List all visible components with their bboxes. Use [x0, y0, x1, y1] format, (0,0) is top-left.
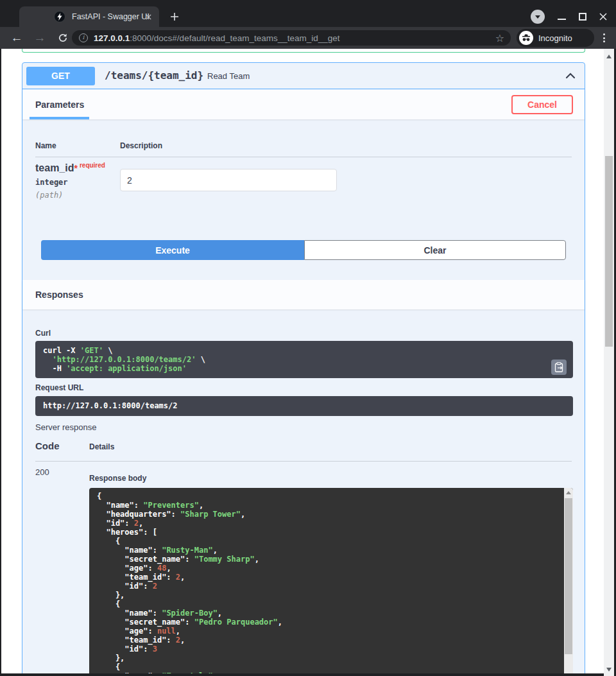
- parameters-section-header: Parameters Cancel: [22, 90, 585, 119]
- fastapi-favicon-icon: [54, 11, 65, 22]
- collapse-chevron-icon[interactable]: [564, 69, 577, 82]
- response-body-label: Response body: [89, 474, 146, 483]
- param-description-header: Description: [120, 141, 162, 150]
- get-operation-block: GET /teams/{team_id} Read Team Parameter…: [22, 62, 585, 673]
- response-table-divider: [35, 461, 572, 462]
- page-scrollbar-thumb[interactable]: [605, 156, 613, 347]
- tab-title: FastAPI - Swagger UI: [72, 6, 150, 27]
- incognito-badge: Incognito: [517, 29, 594, 47]
- http-method-badge: GET: [26, 67, 95, 85]
- forward-button[interactable]: →: [31, 30, 48, 46]
- window-maximize-button[interactable]: [579, 13, 586, 21]
- param-name: team_id*required: [35, 162, 105, 174]
- param-type: integer: [35, 178, 68, 187]
- operation-summary-text: Read Team: [207, 71, 250, 81]
- operation-summary-row[interactable]: GET /teams/{team_id} Read Team: [22, 63, 585, 89]
- curl-label: Curl: [35, 329, 51, 338]
- status-code: 200: [35, 467, 49, 477]
- browser-menu-icon[interactable]: [599, 31, 609, 44]
- response-body-panel: { "name": "Preventers", "headquarters": …: [89, 488, 573, 673]
- copy-to-clipboard-button[interactable]: [551, 360, 567, 375]
- reload-button[interactable]: [55, 30, 71, 46]
- tab-parameters[interactable]: Parameters: [35, 100, 84, 110]
- address-bar[interactable]: i 127.0.0.1:8000/docs#/default/read_team…: [72, 30, 511, 46]
- team-id-input[interactable]: [120, 169, 337, 191]
- incognito-label: Incognito: [538, 33, 572, 43]
- response-body-scrollbar[interactable]: [564, 488, 573, 673]
- incognito-icon: [519, 31, 533, 45]
- window-close-button[interactable]: [599, 12, 608, 21]
- browser-update-icon[interactable]: [531, 10, 545, 24]
- response-scrollbar-thumb[interactable]: [565, 498, 572, 654]
- bookmark-star-icon[interactable]: ☆: [495, 32, 504, 44]
- window-minimize-button[interactable]: [558, 19, 566, 20]
- cancel-button[interactable]: Cancel: [511, 95, 573, 114]
- page-info-icon[interactable]: i: [79, 33, 88, 42]
- request-url-value: http://127.0.0.1:8000/teams/2: [35, 396, 573, 416]
- param-name-header: Name: [35, 141, 56, 150]
- response-body-json: { "name": "Preventers", "headquarters": …: [89, 488, 573, 673]
- swagger-page: GET /teams/{team_id} Read Team Parameter…: [1, 49, 604, 673]
- operation-path: /teams/{team_id}: [105, 69, 203, 82]
- tab-close-icon[interactable]: [144, 12, 153, 21]
- server-response-label: Server response: [35, 422, 96, 432]
- active-tab-underline: [30, 117, 89, 119]
- back-button[interactable]: ←: [8, 30, 25, 46]
- required-star: *: [74, 163, 77, 173]
- curl-command: curl -X 'GET' \ 'http://127.0.0.1:8000/t…: [35, 341, 573, 378]
- scroll-down-arrow-icon[interactable]: [606, 668, 612, 672]
- response-scroll-up-arrow-icon[interactable]: [566, 491, 571, 494]
- page-scrollbar[interactable]: [604, 49, 614, 676]
- responses-title: Responses: [35, 290, 83, 300]
- scroll-up-arrow-icon[interactable]: [606, 55, 612, 58]
- browser-tab[interactable]: FastAPI - Swagger UI: [19, 6, 159, 27]
- new-tab-button[interactable]: [169, 12, 180, 22]
- param-location: (path): [35, 191, 63, 200]
- browser-toolbar: ← → i 127.0.0.1:8000/docs#/default/read_…: [0, 27, 616, 49]
- table-header-divider: [35, 157, 572, 157]
- code-column-header: Code: [35, 440, 60, 451]
- required-label: required: [80, 162, 105, 169]
- clear-button[interactable]: Clear: [304, 240, 566, 260]
- url-text: 127.0.0.1:8000/docs#/default/read_team_t…: [94, 33, 340, 43]
- request-url-label: Request URL: [35, 383, 83, 392]
- window-title-bar: FastAPI - Swagger UI: [0, 0, 616, 27]
- execute-button[interactable]: Execute: [41, 240, 304, 260]
- details-column-header: Details: [89, 442, 114, 451]
- responses-section-header: Responses: [22, 280, 585, 309]
- previous-operation-block-edge: [22, 49, 585, 53]
